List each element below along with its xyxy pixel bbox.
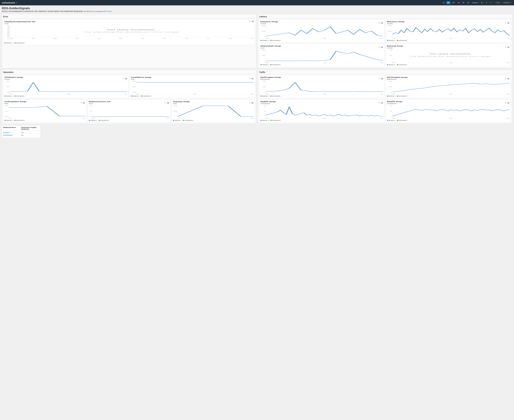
read-iops-refresh-btn[interactable]: ↻ [378,102,380,104]
swap-usage-refresh-btn[interactable]: ↻ [249,102,251,104]
cpu-badge: x8 [125,78,127,80]
disk-queue-badge: x8 [381,46,383,48]
dashboard-name[interactable]: rdsDashboard [2,2,15,4]
wi-dot-green [397,120,398,121]
replica-lag-refresh-btn[interactable]: ↻ [505,46,507,48]
refresh-dropdown-btn[interactable]: ▾ [489,1,493,4]
read-throughput-inner: 09:3010:3011:30 [266,81,383,95]
dropdown-icon[interactable]: ▾ [16,2,17,4]
write-throughput-x-axis: 09:3010:3011:30 [392,93,510,95]
free-storage-badge: x8 [83,102,85,104]
star-icon[interactable]: ☆ [18,2,19,4]
free-storage-ylabel: Bytes [4,103,26,105]
rds-metrics-link[interactable]: RDS metrics [104,11,112,12]
free-storage-title: FreeStorageSpace: Average [4,101,26,103]
legend-dot-blue3 [260,64,262,65]
write-throughput-card: WriteThroughput: Average Bytes/Second ↻ … [386,75,511,98]
read-throughput-card: ReadThroughput: Average Bytes/Second ↻ x… [259,75,384,98]
cpu-x-axis: 09:3010:3011:30 [10,93,127,95]
swap-usage-badge: x8 [251,102,254,104]
swap-usage-svg [177,105,254,117]
time-btn-1d[interactable]: 1d [457,1,461,4]
write-iops-legend: database-1 testDatabase3 [387,120,510,121]
read-latency-refresh-btn[interactable]: ↻ [378,22,380,24]
cpu-svg [10,81,127,93]
replica-lag-y-axis: 1.000.500 [387,49,392,63]
wt-dot-green [397,96,398,97]
write-latency-title: WriteLatency: Average [387,21,404,22]
actions-btn[interactable]: Actions ▾ [502,1,512,4]
swap-usage-x-axis: 08:4711:46 [177,118,254,119]
error-refresh-btn[interactable]: ↻ [249,20,251,22]
time-btn-1h[interactable]: 1h [441,1,446,4]
fm-dot-green [141,96,142,97]
su-dot-blue [173,120,174,121]
table-header: DatabaseInstance Performance Insights Da… [3,127,39,131]
write-iops-chart: 1.920.960 09:3010:3011:30 [387,105,510,119]
write-throughput-chart: 21,38910,6940 09:3010:3011:30 [387,81,510,95]
replica-lag-svg: No data available. Try adjusting the das… [392,49,510,61]
write-latency-badge: x8 [507,22,510,24]
write-throughput-ylabel: Bytes/Second [387,78,408,80]
free-memory-refresh-btn[interactable]: ↻ [249,78,251,80]
top-bar: rdsDashboard ▾ ☆ 1h 3h 12h 1d 3d 1w Cust… [0,0,514,5]
swap-usage-y-axis: 75.70M37.85M0 [173,105,177,119]
write-latency-x-axis: 09:3010:3011:30 [392,38,510,39]
wt-dot-blue [387,96,388,97]
time-btn-3d[interactable]: 3d [461,1,465,4]
write-latency-refresh-btn[interactable]: ↻ [505,22,507,24]
time-btn-3h[interactable]: 3h [446,1,450,4]
fullscreen-btn[interactable]: ⤢ Esc [493,1,501,4]
table-row: testDatabase3 link [3,134,39,137]
legend-dot-blue [260,40,262,41]
read-iops-ylabel: Count/Second [260,103,276,105]
write-throughput-badge: x8 [507,78,510,80]
free-storage-inner: 08:4711:46 [9,105,85,119]
error-chart-actions: ↻ x8 [249,20,254,22]
disk-queue-x-axis: 09:3010:3011:30 [266,62,383,63]
read-latency-legend: database-1 testDatabase3 [260,40,383,41]
db3-instance-link[interactable]: testDatabase3 [3,134,21,136]
read-latency-inner: 09:3010:3011:30 [266,25,383,39]
ri-dot-green [270,120,272,121]
read-throughput-legend: database-1 testDatabase3 [260,95,383,97]
read-latency-ylabel: Seconds [260,23,278,24]
disk-queue-chart: 0.00270.00130 09:3010:3011:30 [260,49,383,63]
free-memory-badge: x8 [251,78,254,80]
time-btn-custom[interactable]: Custom [471,1,479,4]
refresh-btn[interactable]: ↻ [485,1,489,4]
write-throughput-refresh-btn[interactable]: ↻ [505,78,507,80]
write-throughput-inner: 09:3010:3011:30 [392,81,510,95]
swap-usage-title: SwapUsage: Average [173,101,190,103]
legend-dot-blue2 [387,40,388,41]
time-btn-1w[interactable]: 1w [466,1,470,4]
time-btn-12h[interactable]: 12h [451,1,456,4]
free-storage-refresh-btn[interactable]: ↻ [80,102,82,104]
read-iops-inner: 09:3010:3011:30 [266,105,383,119]
traffic-section-header: Traffic [259,71,511,74]
db1-dashboard-link[interactable]: link [21,132,39,133]
cpu-dot-blue [4,96,6,97]
free-memory-y-axis: 6.851G3.507G163.1M [131,81,136,95]
disk-queue-refresh-btn[interactable]: ↻ [378,46,380,48]
replica-lag-inner: No data available. Try adjusting the das… [392,49,510,63]
main-content: RDS-GoldenSignals NOTICE: THIS DASHBOARD… [0,5,514,139]
db-connections-refresh-btn[interactable]: ↻ [164,102,166,104]
disk-queue-legend: database-1 testDatabase3 [260,64,383,66]
cpu-refresh-btn[interactable]: ↻ [122,78,124,80]
replica-lag-title: ReplicaLag: Average [387,45,403,47]
disk-queue-card: DiskQueueDepth: Average Count ↻ x8 0.002… [259,44,384,67]
write-latency-y-axis: 0.001740.000870 [387,25,392,39]
db1-instance-link[interactable]: database-1 [3,132,21,133]
swap-usage-card: SwapUsage: Average Bytes ↻ x8 75.70M37.8… [172,99,255,122]
read-throughput-refresh-btn[interactable]: ↻ [378,78,380,80]
db3-dashboard-link[interactable]: link [21,134,39,136]
read-throughput-svg [266,81,383,93]
write-throughput-title: WriteThroughput: Average [387,76,408,78]
write-iops-refresh-btn[interactable]: ↻ [505,102,507,104]
free-memory-inner: 09:3010:3011:30 [136,81,254,95]
write-iops-badge: x8 [507,102,510,104]
write-iops-ylabel: Count/Second [387,103,402,105]
calendar-icon-btn[interactable]: ⊞ [480,1,484,4]
db-connections-badge: x8 [167,102,169,104]
